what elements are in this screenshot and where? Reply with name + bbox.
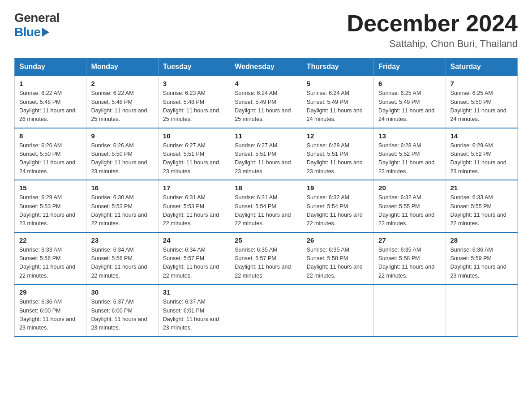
calendar-week-row: 22Sunrise: 6:33 AMSunset: 5:56 PMDayligh… bbox=[15, 232, 518, 285]
day-number: 11 bbox=[235, 132, 297, 140]
calendar-day-cell: 20Sunrise: 6:32 AMSunset: 5:55 PMDayligh… bbox=[374, 180, 446, 232]
day-info: Sunrise: 6:27 AMSunset: 5:51 PMDaylight:… bbox=[163, 141, 225, 176]
day-number: 1 bbox=[19, 80, 82, 87]
calendar-day-cell: 12Sunrise: 6:28 AMSunset: 5:51 PMDayligh… bbox=[302, 128, 373, 180]
calendar-day-cell: 6Sunrise: 6:25 AMSunset: 5:49 PMDaylight… bbox=[374, 76, 446, 128]
day-info: Sunrise: 6:32 AMSunset: 5:54 PMDaylight:… bbox=[307, 193, 369, 228]
weekday-header-wednesday: Wednesday bbox=[230, 58, 302, 76]
day-info: Sunrise: 6:36 AMSunset: 5:59 PMDaylight:… bbox=[450, 246, 513, 281]
day-number: 3 bbox=[163, 80, 225, 87]
day-info: Sunrise: 6:35 AMSunset: 5:58 PMDaylight:… bbox=[307, 246, 369, 281]
day-number: 23 bbox=[91, 236, 153, 244]
calendar-day-cell: 8Sunrise: 6:26 AMSunset: 5:50 PMDaylight… bbox=[15, 128, 86, 180]
calendar-week-row: 29Sunrise: 6:36 AMSunset: 6:00 PMDayligh… bbox=[15, 284, 518, 337]
logo: General Blue bbox=[14, 11, 60, 39]
day-info: Sunrise: 6:27 AMSunset: 5:51 PMDaylight:… bbox=[235, 141, 297, 176]
calendar-day-cell: 31Sunrise: 6:37 AMSunset: 6:01 PMDayligh… bbox=[158, 284, 230, 337]
day-number: 20 bbox=[378, 184, 441, 192]
day-number: 12 bbox=[307, 132, 369, 140]
day-number: 19 bbox=[307, 184, 369, 192]
day-number: 27 bbox=[378, 236, 441, 244]
calendar-week-row: 1Sunrise: 6:22 AMSunset: 5:48 PMDaylight… bbox=[15, 76, 518, 128]
day-number: 16 bbox=[91, 184, 153, 192]
logo-triangle-icon bbox=[42, 28, 49, 37]
day-info: Sunrise: 6:32 AMSunset: 5:55 PMDaylight:… bbox=[378, 193, 441, 228]
calendar-day-cell: 21Sunrise: 6:33 AMSunset: 5:55 PMDayligh… bbox=[446, 180, 517, 232]
calendar-day-cell: 17Sunrise: 6:31 AMSunset: 5:53 PMDayligh… bbox=[158, 180, 230, 232]
day-info: Sunrise: 6:24 AMSunset: 5:49 PMDaylight:… bbox=[235, 89, 297, 124]
month-title: December 2024 bbox=[347, 11, 518, 36]
calendar-day-cell: 9Sunrise: 6:26 AMSunset: 5:50 PMDaylight… bbox=[86, 128, 158, 180]
day-info: Sunrise: 6:33 AMSunset: 5:55 PMDaylight:… bbox=[450, 193, 513, 228]
day-number: 10 bbox=[163, 132, 225, 140]
day-info: Sunrise: 6:28 AMSunset: 5:52 PMDaylight:… bbox=[378, 141, 441, 176]
day-number: 14 bbox=[450, 132, 513, 140]
weekday-header-tuesday: Tuesday bbox=[158, 58, 230, 76]
day-number: 9 bbox=[91, 132, 153, 140]
day-number: 30 bbox=[91, 288, 153, 296]
calendar-day-cell: 4Sunrise: 6:24 AMSunset: 5:49 PMDaylight… bbox=[230, 76, 302, 128]
day-info: Sunrise: 6:23 AMSunset: 5:48 PMDaylight:… bbox=[163, 89, 225, 124]
calendar-day-cell: 16Sunrise: 6:30 AMSunset: 5:53 PMDayligh… bbox=[86, 180, 158, 232]
day-number: 5 bbox=[307, 80, 369, 87]
calendar-day-cell: 13Sunrise: 6:28 AMSunset: 5:52 PMDayligh… bbox=[374, 128, 446, 180]
day-number: 21 bbox=[450, 184, 513, 192]
calendar-day-cell: 25Sunrise: 6:35 AMSunset: 5:57 PMDayligh… bbox=[230, 232, 302, 285]
logo-general-text: General bbox=[14, 11, 60, 25]
weekday-header-row: SundayMondayTuesdayWednesdayThursdayFrid… bbox=[15, 58, 518, 76]
day-info: Sunrise: 6:25 AMSunset: 5:50 PMDaylight:… bbox=[450, 89, 513, 124]
weekday-header-sunday: Sunday bbox=[15, 58, 86, 76]
day-number: 13 bbox=[378, 132, 441, 140]
day-info: Sunrise: 6:31 AMSunset: 5:53 PMDaylight:… bbox=[163, 193, 225, 228]
day-info: Sunrise: 6:26 AMSunset: 5:50 PMDaylight:… bbox=[91, 141, 153, 176]
day-info: Sunrise: 6:22 AMSunset: 5:48 PMDaylight:… bbox=[19, 89, 82, 124]
empty-cell bbox=[302, 284, 373, 337]
title-block: December 2024 Sattahip, Chon Buri, Thail… bbox=[347, 11, 518, 50]
day-info: Sunrise: 6:34 AMSunset: 5:56 PMDaylight:… bbox=[91, 246, 153, 281]
day-info: Sunrise: 6:35 AMSunset: 5:58 PMDaylight:… bbox=[378, 246, 441, 281]
calendar-day-cell: 28Sunrise: 6:36 AMSunset: 5:59 PMDayligh… bbox=[446, 232, 517, 285]
calendar-day-cell: 29Sunrise: 6:36 AMSunset: 6:00 PMDayligh… bbox=[15, 284, 86, 337]
day-info: Sunrise: 6:29 AMSunset: 5:52 PMDaylight:… bbox=[450, 141, 513, 176]
calendar-day-cell: 14Sunrise: 6:29 AMSunset: 5:52 PMDayligh… bbox=[446, 128, 517, 180]
day-info: Sunrise: 6:35 AMSunset: 5:57 PMDaylight:… bbox=[235, 246, 297, 281]
calendar-day-cell: 18Sunrise: 6:31 AMSunset: 5:54 PMDayligh… bbox=[230, 180, 302, 232]
day-info: Sunrise: 6:29 AMSunset: 5:53 PMDaylight:… bbox=[19, 193, 82, 228]
day-number: 18 bbox=[235, 184, 297, 192]
empty-cell bbox=[374, 284, 446, 337]
calendar-day-cell: 27Sunrise: 6:35 AMSunset: 5:58 PMDayligh… bbox=[374, 232, 446, 285]
weekday-header-friday: Friday bbox=[374, 58, 446, 76]
day-number: 17 bbox=[163, 184, 225, 192]
day-number: 7 bbox=[450, 80, 513, 87]
calendar-day-cell: 19Sunrise: 6:32 AMSunset: 5:54 PMDayligh… bbox=[302, 180, 373, 232]
day-number: 31 bbox=[163, 288, 225, 296]
day-info: Sunrise: 6:36 AMSunset: 6:00 PMDaylight:… bbox=[19, 298, 82, 333]
day-number: 22 bbox=[19, 236, 82, 244]
day-number: 29 bbox=[19, 288, 82, 296]
day-number: 24 bbox=[163, 236, 225, 244]
day-number: 4 bbox=[235, 80, 297, 87]
day-number: 15 bbox=[19, 184, 82, 192]
weekday-header-saturday: Saturday bbox=[446, 58, 517, 76]
calendar-day-cell: 15Sunrise: 6:29 AMSunset: 5:53 PMDayligh… bbox=[15, 180, 86, 232]
calendar-day-cell: 1Sunrise: 6:22 AMSunset: 5:48 PMDaylight… bbox=[15, 76, 86, 128]
location-subtitle: Sattahip, Chon Buri, Thailand bbox=[347, 38, 518, 50]
calendar-day-cell: 23Sunrise: 6:34 AMSunset: 5:56 PMDayligh… bbox=[86, 232, 158, 285]
calendar-day-cell: 11Sunrise: 6:27 AMSunset: 5:51 PMDayligh… bbox=[230, 128, 302, 180]
day-number: 6 bbox=[378, 80, 441, 87]
page-header: General Blue December 2024 Sattahip, Cho… bbox=[14, 11, 518, 50]
calendar-day-cell: 7Sunrise: 6:25 AMSunset: 5:50 PMDaylight… bbox=[446, 76, 517, 128]
calendar-day-cell: 30Sunrise: 6:37 AMSunset: 6:00 PMDayligh… bbox=[86, 284, 158, 337]
day-number: 25 bbox=[235, 236, 297, 244]
day-info: Sunrise: 6:34 AMSunset: 5:57 PMDaylight:… bbox=[163, 246, 225, 281]
day-info: Sunrise: 6:37 AMSunset: 6:01 PMDaylight:… bbox=[163, 298, 225, 333]
day-number: 28 bbox=[450, 236, 513, 244]
day-info: Sunrise: 6:28 AMSunset: 5:51 PMDaylight:… bbox=[307, 141, 369, 176]
weekday-header-thursday: Thursday bbox=[302, 58, 373, 76]
day-number: 8 bbox=[19, 132, 82, 140]
day-info: Sunrise: 6:37 AMSunset: 6:00 PMDaylight:… bbox=[91, 298, 153, 333]
calendar-day-cell: 26Sunrise: 6:35 AMSunset: 5:58 PMDayligh… bbox=[302, 232, 373, 285]
logo-blue-text: Blue bbox=[14, 25, 60, 39]
calendar-day-cell: 3Sunrise: 6:23 AMSunset: 5:48 PMDaylight… bbox=[158, 76, 230, 128]
day-number: 2 bbox=[91, 80, 153, 87]
